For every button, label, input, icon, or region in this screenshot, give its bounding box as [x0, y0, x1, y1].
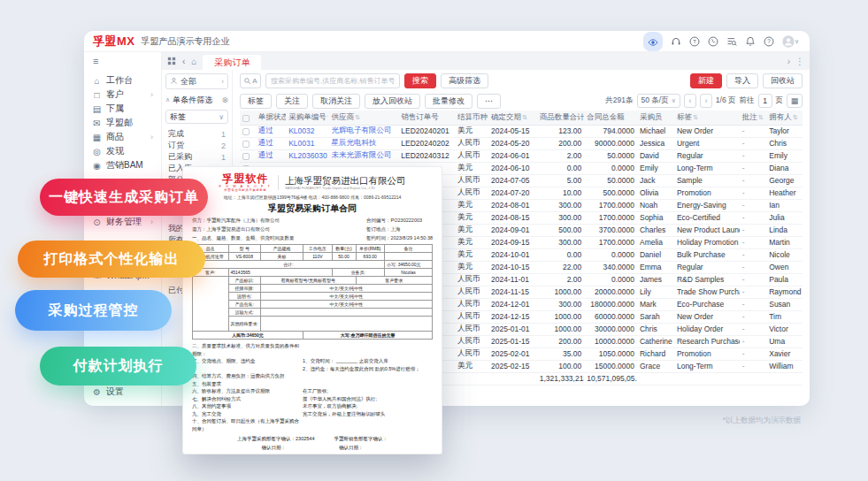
sidebar-item-5[interactable]: ▦商品›: [84, 130, 161, 144]
column-header[interactable]: 拥有人⇅: [766, 111, 803, 125]
cell-owner: George: [766, 174, 803, 187]
tab-home-icon[interactable]: ⌂: [191, 52, 196, 70]
page-size-select[interactable]: 50 条/页∨: [637, 94, 680, 108]
sidebar-item-3[interactable]: ▤下属: [84, 102, 161, 116]
recycle-bin-button[interactable]: 回收站: [763, 73, 803, 88]
column-header[interactable]: 单据状态⇅: [256, 111, 286, 125]
cell-tag: Holiday Order: [674, 323, 740, 335]
cell-po[interactable]: KL2036030: [286, 149, 328, 162]
cell-status[interactable]: 通过: [256, 137, 286, 149]
more-actions-button[interactable]: ⋯: [477, 94, 501, 109]
goto-page-input[interactable]: 1: [758, 94, 772, 108]
avatar[interactable]: ∨: [782, 35, 799, 48]
tab-scroll-right-icon[interactable]: ›: [787, 57, 790, 66]
cell-po[interactable]: KL0032: [286, 125, 328, 137]
column-header[interactable]: 批注⇅: [740, 111, 767, 125]
table-row[interactable]: 通过KL2036030未来光源有限公司LED20240312人民币2024-06…: [240, 149, 803, 162]
row-checkbox[interactable]: [240, 137, 256, 149]
search-input[interactable]: 搜索采购单编号,供应商名称,销售订单号: [265, 73, 400, 88]
cell-tag: Eco-Certified: [674, 211, 740, 224]
sort-icon[interactable]: ⇅: [355, 114, 360, 120]
actions-row: 标签关注取消关注放入回收站批量修改 ⋯ 共291条 50 条/页∨ ‹ › 1/…: [240, 91, 803, 111]
action-button-3[interactable]: 取消关注: [312, 94, 360, 109]
tab-more-icon[interactable]: ⋮: [795, 57, 804, 66]
table-row[interactable]: 通过KL0031星辰光电科技LED20240202人民币2024-05-2020…: [240, 137, 803, 149]
cell-currency: 美元: [455, 224, 488, 236]
column-header[interactable]: 结算币种: [455, 111, 488, 125]
whatsapp-icon[interactable]: [708, 36, 718, 47]
cell-buyer: David: [637, 149, 674, 162]
table-row[interactable]: 通过KL0032光辉电子有限公司LED20240201美元2024-05-151…: [240, 125, 803, 137]
action-button-5[interactable]: 批量修改: [425, 94, 472, 109]
cell-status[interactable]: 通过: [256, 125, 286, 137]
sidebar-item-8[interactable]: ⊙财务管理›: [84, 215, 161, 229]
action-button-4[interactable]: 放入回收站: [365, 94, 420, 109]
cell-po[interactable]: KL0031: [286, 137, 328, 149]
cell-note: -: [740, 347, 767, 360]
cell-tag: Urgent: [674, 137, 740, 149]
cell-status[interactable]: 通过: [256, 149, 286, 162]
search-scope-button[interactable]: A: [240, 73, 261, 88]
cell-amount: 340.0000: [584, 261, 637, 273]
eye-icon[interactable]: [643, 32, 663, 51]
translate-icon[interactable]: T: [689, 36, 700, 47]
tab-back-icon[interactable]: ‹: [182, 52, 185, 70]
import-button[interactable]: 导入: [726, 73, 758, 88]
filter-item[interactable]: 完成1: [165, 128, 228, 140]
sidebar-item-label: 发现: [106, 145, 124, 157]
sidebar-item-2[interactable]: □客户›: [84, 88, 161, 102]
contract-clause: 七、解决合同纠纷方式按《中华人民共和国合同法》执行;: [192, 395, 433, 403]
filter-field-select[interactable]: 标签 ∨: [165, 110, 228, 124]
column-header[interactable]: 商品数量合计: [537, 111, 584, 125]
headset-icon[interactable]: [671, 36, 681, 47]
sidebar-collapse-icon[interactable]: ≡: [84, 56, 161, 70]
column-header[interactable]: 合同总金额: [584, 111, 637, 125]
column-settings-icon[interactable]: ▦: [787, 94, 803, 108]
contract-address: 地址：上海市闵行区新镇路1399号76栋4楼 电话：400-888-9800 传…: [192, 195, 433, 200]
filter-item[interactable]: 订货2: [165, 140, 228, 151]
sidebar-item-6[interactable]: ◎发现: [84, 144, 161, 158]
new-button[interactable]: 新建: [690, 73, 722, 88]
help-icon[interactable]: ?: [764, 36, 774, 47]
row-checkbox[interactable]: [240, 125, 256, 137]
cell-currency: 人民币: [455, 347, 488, 360]
cell-qty: 300.00: [537, 298, 584, 310]
cell-supplier[interactable]: 星辰光电科技: [328, 137, 398, 149]
row-checkbox[interactable]: [240, 149, 256, 162]
cell-supplier[interactable]: 未来光源有限公司: [328, 149, 398, 162]
cell-buyer: Michael: [637, 125, 674, 137]
filter-section-header[interactable]: ∧ 单条件筛选 ⊗: [165, 94, 228, 106]
clear-filter-icon[interactable]: ⊗: [221, 95, 228, 104]
column-header[interactable]: 确定交期⇅: [488, 111, 537, 125]
sidebar-item-label: 营销BAM: [106, 159, 143, 172]
sort-icon[interactable]: ⇅: [522, 114, 527, 120]
column-header[interactable]: 销售订单号: [398, 111, 455, 125]
action-button-2[interactable]: 关注: [276, 94, 308, 109]
column-header[interactable]: 供应商⇅: [328, 111, 398, 125]
sort-icon[interactable]: ⇅: [793, 114, 798, 120]
prev-page-button[interactable]: ‹: [684, 94, 696, 108]
next-page-button[interactable]: ›: [700, 94, 712, 108]
action-button-1[interactable]: 标签: [240, 94, 272, 109]
apps-grid-icon[interactable]: [167, 52, 176, 70]
advanced-filter-button[interactable]: 高级筛选: [441, 73, 488, 88]
column-header[interactable]: 采购员: [637, 111, 674, 125]
cell-note: -: [740, 335, 767, 347]
bell-icon[interactable]: [745, 36, 756, 47]
sidebar-item-7[interactable]: ◉营销BAM: [84, 158, 161, 172]
cell-supplier[interactable]: 光辉电子有限公司: [328, 125, 398, 137]
sidebar-item-4[interactable]: ✉孚盟邮: [84, 116, 161, 130]
column-header[interactable]: 采购单编号⇅: [286, 111, 328, 125]
sort-icon[interactable]: ⇅: [758, 114, 764, 120]
sort-icon[interactable]: ⇅: [693, 114, 698, 120]
scope-selector[interactable]: 全部 ›: [165, 73, 228, 89]
filter-item[interactable]: 已采购1: [165, 151, 228, 163]
tab-purchase-orders[interactable]: 采购订单: [203, 55, 261, 70]
search-button[interactable]: 搜索: [404, 73, 436, 88]
sidebar-item-1[interactable]: ⌂工作台: [84, 73, 161, 88]
sort-icon[interactable]: ⇅: [327, 114, 329, 120]
select-all-checkbox[interactable]: [240, 111, 256, 125]
sidebar-item-10[interactable]: ⚙设置: [84, 385, 161, 399]
column-header[interactable]: 标签⇅: [674, 111, 740, 125]
filter-search-icon[interactable]: [726, 36, 737, 47]
